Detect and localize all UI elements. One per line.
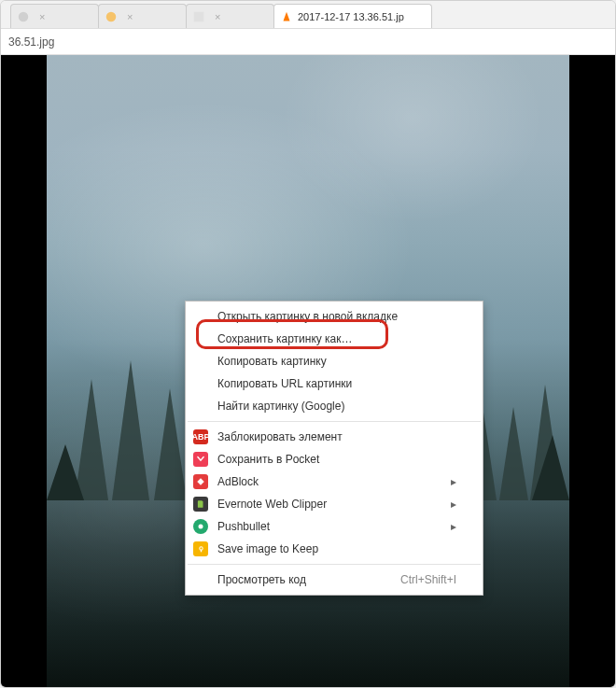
close-icon[interactable]: × <box>127 12 136 21</box>
tab-title: 2017-12-17 13.36.51.jp <box>298 11 404 22</box>
submenu-arrow-icon: ▸ <box>451 475 456 488</box>
menu-label: Копировать картинку <box>217 355 327 368</box>
menu-label: Сохранить в Pocket <box>217 453 319 466</box>
submenu-arrow-icon: ▸ <box>451 520 456 533</box>
menu-copy-image-url[interactable]: Копировать URL картинки <box>186 372 483 395</box>
favicon-icon <box>105 10 118 23</box>
menu-label: AdBlock <box>217 475 259 488</box>
abp-icon: ABP <box>193 429 208 444</box>
adblock-icon <box>193 474 208 489</box>
svg-marker-6 <box>154 388 187 500</box>
svg-marker-5 <box>112 360 149 500</box>
menu-label: Заблокировать элемент <box>217 430 343 443</box>
menu-separator <box>188 564 481 565</box>
pushbullet-icon <box>193 519 208 534</box>
svg-marker-3 <box>284 11 290 21</box>
context-menu: Открыть картинку в новой вкладке Сохрани… <box>185 301 483 596</box>
keep-icon <box>193 541 208 556</box>
menu-inspect[interactable]: Просмотреть код Ctrl+Shift+I <box>186 569 483 591</box>
favicon-icon <box>17 10 30 23</box>
tab-strip: × × × 2017-12-17 13.36.51.jp <box>1 1 615 29</box>
svg-marker-17 <box>47 444 84 500</box>
menu-label: Найти картинку (Google) <box>217 400 344 413</box>
svg-point-1 <box>106 11 117 21</box>
svg-rect-22 <box>200 550 201 552</box>
close-icon[interactable]: × <box>39 12 49 21</box>
menu-open-image-new-tab[interactable]: Открыть картинку в новой вкладке <box>186 305 483 328</box>
menu-label: Evernote Web Clipper <box>217 498 327 511</box>
menu-save-image-to-keep[interactable]: Save image to Keep <box>186 538 483 560</box>
browser-tab[interactable]: × <box>10 4 99 28</box>
address-bar[interactable]: 36.51.jpg <box>1 29 615 55</box>
menu-save-to-pocket[interactable]: Сохранить в Pocket <box>186 448 483 470</box>
vlc-icon <box>280 10 293 23</box>
menu-label: Просмотреть код <box>217 573 306 586</box>
svg-marker-4 <box>75 379 108 500</box>
svg-marker-19 <box>197 478 204 485</box>
menu-separator <box>188 421 481 422</box>
shortcut-label: Ctrl+Shift+I <box>400 573 456 586</box>
menu-adblock[interactable]: AdBlock ▸ <box>186 470 483 493</box>
browser-tab[interactable]: × <box>98 4 187 28</box>
svg-rect-2 <box>194 11 204 21</box>
close-icon[interactable]: × <box>215 12 224 21</box>
menu-copy-image[interactable]: Копировать картинку <box>186 350 483 372</box>
browser-tab[interactable]: × <box>186 4 274 28</box>
menu-evernote-clipper[interactable]: Evernote Web Clipper ▸ <box>186 493 483 515</box>
svg-point-20 <box>199 525 203 529</box>
menu-block-element[interactable]: ABP Заблокировать элемент <box>186 426 483 448</box>
menu-pushbullet[interactable]: Pushbullet ▸ <box>186 515 483 538</box>
address-text: 36.51.jpg <box>8 35 54 49</box>
menu-label: Сохранить картинку как… <box>217 332 353 345</box>
menu-label: Открыть картинку в новой вкладке <box>217 310 398 323</box>
svg-point-0 <box>19 11 29 21</box>
favicon-icon <box>192 10 205 23</box>
pocket-icon <box>193 452 208 467</box>
svg-point-21 <box>199 546 202 549</box>
submenu-arrow-icon: ▸ <box>451 498 456 511</box>
menu-label: Pushbullet <box>217 520 270 533</box>
browser-tab-active[interactable]: 2017-12-17 13.36.51.jp <box>273 4 432 28</box>
evernote-icon <box>193 497 208 512</box>
menu-search-image-google[interactable]: Найти картинку (Google) <box>186 395 483 417</box>
menu-label: Копировать URL картинки <box>217 377 352 390</box>
svg-marker-15 <box>499 407 528 500</box>
menu-label: Save image to Keep <box>217 542 318 555</box>
menu-save-image-as[interactable]: Сохранить картинку как… <box>186 328 483 350</box>
